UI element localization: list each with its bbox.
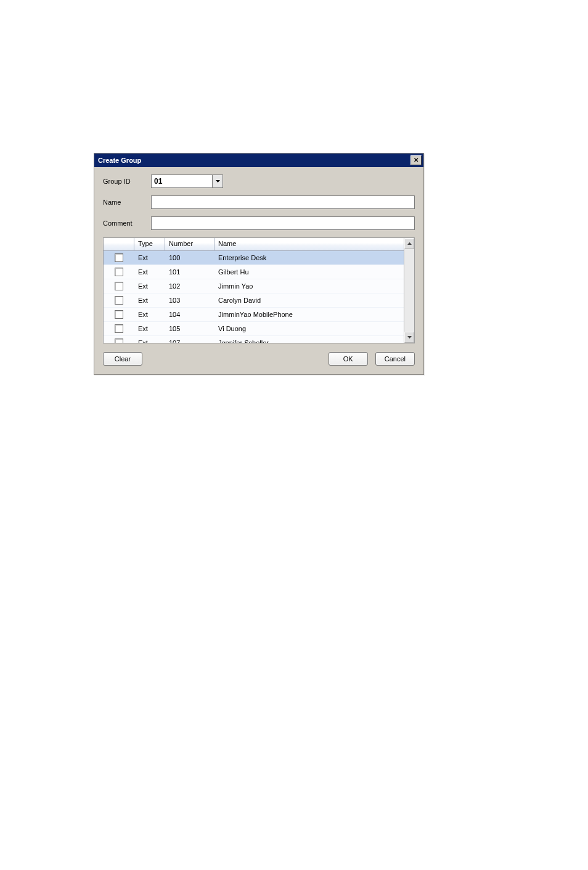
table-row[interactable]: Ext100Enterprise Desk <box>104 251 404 265</box>
table-row[interactable]: Ext105Vi Duong <box>104 322 404 336</box>
row-checkbox-cell <box>104 268 134 276</box>
svg-marker-0 <box>216 180 220 183</box>
row-type: Ext <box>134 282 165 290</box>
grid-scrollbar[interactable] <box>404 238 414 343</box>
row-number: 102 <box>165 282 214 290</box>
titlebar: Create Group ✕ <box>94 154 423 167</box>
row-type: Ext <box>134 325 165 332</box>
row-type: Ext <box>134 254 165 261</box>
column-header-name[interactable]: Name <box>214 238 404 250</box>
row-number: 105 <box>165 325 214 332</box>
ok-button[interactable]: OK <box>329 352 368 366</box>
row-checkbox[interactable] <box>115 282 123 290</box>
close-icon: ✕ <box>414 157 419 163</box>
svg-marker-2 <box>407 336 412 339</box>
members-grid: Type Number Name Ext100Enterprise DeskEx… <box>103 237 415 343</box>
row-name: Jennifer Scheller <box>214 339 404 343</box>
table-row[interactable]: Ext101Gilbert Hu <box>104 265 404 279</box>
button-group-right: OK Cancel <box>329 352 415 366</box>
row-checkbox[interactable] <box>115 310 123 319</box>
row-checkbox-cell <box>104 310 134 319</box>
row-number: 100 <box>165 254 214 261</box>
table-row[interactable]: Ext103Carolyn David <box>104 293 404 308</box>
close-button[interactable]: ✕ <box>410 155 422 165</box>
table-row[interactable]: Ext102Jimmin Yao <box>104 279 404 293</box>
group-id-combo <box>151 174 223 188</box>
row-name: Gilbert Hu <box>214 268 404 276</box>
row-number: 107 <box>165 339 214 343</box>
chevron-up-icon <box>407 242 412 245</box>
row-name: Carolyn David <box>214 297 404 304</box>
row-checkbox[interactable] <box>115 339 123 343</box>
row-checkbox[interactable] <box>115 296 123 305</box>
grid-body: Ext100Enterprise DeskExt101Gilbert HuExt… <box>104 251 404 343</box>
row-number: 104 <box>165 311 214 318</box>
column-header-checkbox[interactable] <box>104 238 134 250</box>
grid-inner: Type Number Name Ext100Enterprise DeskEx… <box>104 238 404 343</box>
name-input[interactable] <box>151 195 415 209</box>
group-id-dropdown-button[interactable] <box>213 174 223 188</box>
row-checkbox[interactable] <box>115 253 123 262</box>
group-id-input[interactable] <box>151 174 213 188</box>
comment-input[interactable] <box>151 216 415 230</box>
row-type: Ext <box>134 339 165 343</box>
row-checkbox-cell <box>104 282 134 290</box>
row-comment: Comment <box>103 216 415 230</box>
chevron-down-icon <box>216 180 220 183</box>
svg-marker-1 <box>407 242 412 245</box>
row-name: Name <box>103 195 415 209</box>
row-name: Enterprise Desk <box>214 254 404 261</box>
row-type: Ext <box>134 297 165 304</box>
create-group-dialog: Create Group ✕ Group ID Name Comment <box>94 153 424 375</box>
row-checkbox-cell <box>104 296 134 305</box>
button-row: Clear OK Cancel <box>103 352 415 366</box>
table-row[interactable]: Ext104JimminYao MobilePhone <box>104 308 404 322</box>
dialog-body: Group ID Name Comment Type Number <box>94 167 423 374</box>
row-number: 103 <box>165 297 214 304</box>
dialog-title: Create Group <box>98 157 141 164</box>
row-type: Ext <box>134 311 165 318</box>
label-comment: Comment <box>103 220 151 227</box>
row-checkbox[interactable] <box>115 324 123 333</box>
table-row[interactable]: Ext107Jennifer Scheller <box>104 336 404 343</box>
scroll-track[interactable] <box>404 249 414 332</box>
row-name: JimminYao MobilePhone <box>214 311 404 318</box>
row-group-id: Group ID <box>103 174 415 188</box>
chevron-down-icon <box>407 336 412 339</box>
row-name: Jimmin Yao <box>214 282 404 290</box>
row-type: Ext <box>134 268 165 276</box>
row-checkbox-cell <box>104 339 134 343</box>
grid-header: Type Number Name <box>104 238 404 251</box>
row-name: Vi Duong <box>214 325 404 332</box>
clear-button[interactable]: Clear <box>103 352 142 366</box>
label-name: Name <box>103 199 151 206</box>
cancel-button[interactable]: Cancel <box>375 352 415 366</box>
label-group-id: Group ID <box>103 178 151 185</box>
row-checkbox-cell <box>104 324 134 333</box>
scroll-up-button[interactable] <box>404 238 414 249</box>
row-checkbox-cell <box>104 253 134 262</box>
column-header-type[interactable]: Type <box>134 238 165 250</box>
row-number: 101 <box>165 268 214 276</box>
column-header-number[interactable]: Number <box>165 238 214 250</box>
row-checkbox[interactable] <box>115 268 123 276</box>
scroll-down-button[interactable] <box>404 332 414 343</box>
